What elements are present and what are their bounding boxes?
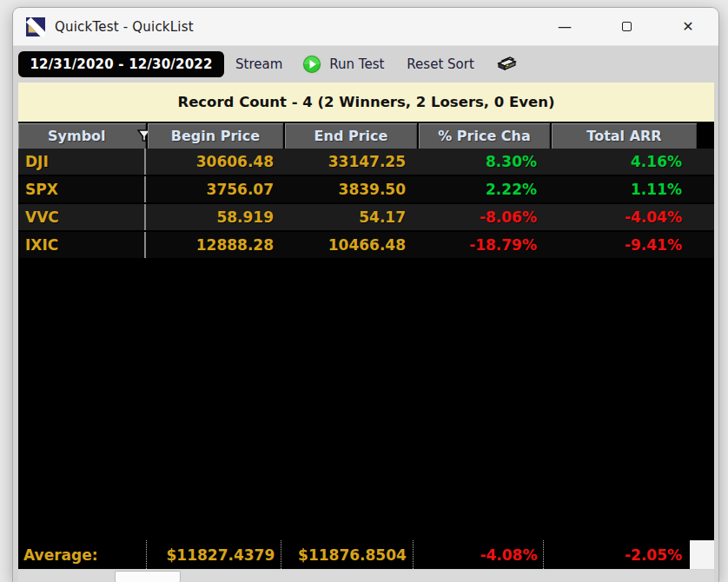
stream-button[interactable]: Stream (230, 53, 288, 76)
table-row[interactable]: IXIC 12888.28 10466.48 -18.79% -9.41% (18, 232, 714, 260)
results-table: Symbol Begin Price End Price % Price Cha… (18, 122, 714, 569)
column-header-end-price[interactable]: End Price (285, 123, 417, 149)
run-test-label: Run Test (329, 56, 384, 72)
cell-end-price: 3839.50 (281, 176, 414, 202)
column-header-total-arr[interactable]: Total ARR (552, 123, 697, 149)
column-header-begin-price[interactable]: Begin Price (148, 123, 283, 149)
cell-pct-change: 8.30% (414, 149, 545, 175)
cell-pct-change: -8.06% (414, 204, 545, 230)
cell-total-arr: 4.16% (545, 149, 690, 175)
cell-end-price: 33147.25 (281, 149, 414, 175)
cell-begin-price: 58.919 (146, 204, 281, 230)
reset-sort-button[interactable]: Reset Sort (401, 53, 479, 76)
table-row[interactable]: DJI 30606.48 33147.25 8.30% 4.16% (18, 149, 714, 176)
table-row[interactable]: SPX 3756.07 3839.50 2.22% 1.11% (18, 176, 714, 204)
app-logo-icon (26, 17, 45, 36)
cell-symbol: SPX (18, 176, 146, 202)
cell-end-price: 54.17 (281, 204, 414, 230)
app-window: QuickTest - QuickList — ✕ 12/31/2020 - 1… (12, 7, 719, 582)
cell-total-arr: -9.41% (545, 232, 690, 258)
cell-total-arr: 1.11% (545, 176, 690, 202)
cell-symbol: IXIC (18, 232, 146, 258)
print-button[interactable] (493, 51, 520, 78)
printer-icon (495, 53, 519, 74)
run-test-button[interactable]: Run Test (296, 50, 389, 78)
cell-begin-price: 12888.28 (146, 232, 281, 258)
horizontal-scrollbar-thumb[interactable] (115, 571, 181, 582)
average-pct-change: -4.08% (413, 540, 544, 569)
average-total-arr: -2.05% (543, 540, 688, 569)
empty-grid-area (18, 260, 714, 540)
title-bar: QuickTest - QuickList — ✕ (13, 8, 718, 46)
cell-begin-price: 30606.48 (146, 149, 281, 175)
average-row: Average: $11827.4379 $11876.8504 -4.08% … (18, 540, 714, 569)
play-icon (301, 54, 322, 75)
average-end-price: $11876.8504 (281, 540, 413, 569)
table-header-row: Symbol Begin Price End Price % Price Cha… (18, 123, 714, 149)
maximize-icon (622, 22, 632, 31)
cell-begin-price: 3756.07 (146, 176, 281, 202)
record-count-banner: Record Count - 4 (2 Winners, 2 Losers, 0… (18, 83, 714, 122)
minimize-button[interactable]: — (551, 14, 579, 40)
column-header-symbol[interactable]: Symbol (18, 123, 146, 149)
horizontal-scrollbar[interactable] (18, 570, 714, 582)
cell-symbol: VVC (18, 204, 146, 230)
maximize-button[interactable] (612, 14, 640, 40)
date-range-button[interactable]: 12/31/2020 - 12/30/2022 (18, 51, 224, 77)
window-title: QuickTest - QuickList (55, 19, 194, 35)
close-button[interactable]: ✕ (674, 14, 702, 40)
content-area: Record Count - 4 (2 Winners, 2 Losers, 0… (13, 83, 718, 582)
column-header-pct-price-change[interactable]: % Price Cha (419, 123, 550, 149)
cell-total-arr: -4.04% (545, 204, 690, 230)
window-controls: — ✕ (551, 14, 718, 40)
cell-end-price: 10466.48 (281, 232, 414, 258)
average-label: Average: (18, 540, 146, 569)
cell-symbol: DJI (18, 149, 146, 175)
average-begin-price: $11827.4379 (146, 540, 281, 569)
column-header-symbol-label: Symbol (48, 128, 106, 144)
cell-pct-change: 2.22% (414, 176, 545, 202)
toolbar: 12/31/2020 - 12/30/2022 Stream Run Test … (13, 46, 718, 83)
table-row[interactable]: VVC 58.919 54.17 -8.06% -4.04% (18, 204, 714, 232)
scroll-corner (690, 540, 714, 569)
cell-pct-change: -18.79% (414, 232, 545, 258)
